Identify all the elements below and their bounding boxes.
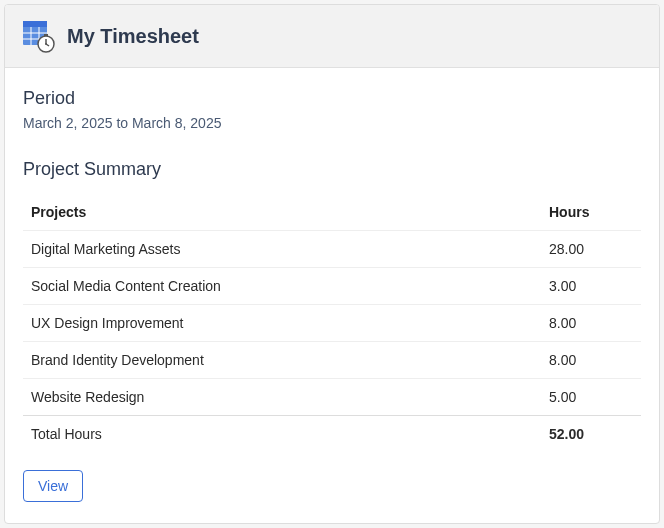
svg-rect-7 [44,34,48,36]
table-row: UX Design Improvement8.00 [23,305,641,342]
svg-point-10 [45,43,47,45]
timesheet-icon [21,19,55,53]
period-label: Period [23,88,641,109]
table-row: Brand Identity Development8.00 [23,342,641,379]
project-name: Digital Marketing Assets [23,231,541,268]
project-hours: 28.00 [541,231,641,268]
col-header-hours: Hours [541,194,641,231]
card-body: Period March 2, 2025 to March 8, 2025 Pr… [5,68,659,522]
total-hours: 52.00 [541,416,641,453]
table-row: Social Media Content Creation3.00 [23,268,641,305]
svg-rect-1 [23,21,47,27]
view-button[interactable]: View [23,470,83,502]
project-hours: 3.00 [541,268,641,305]
summary-table: Projects Hours Digital Marketing Assets2… [23,194,641,452]
project-hours: 8.00 [541,305,641,342]
col-header-projects: Projects [23,194,541,231]
project-name: UX Design Improvement [23,305,541,342]
project-name: Website Redesign [23,379,541,416]
total-row: Total Hours 52.00 [23,416,641,453]
table-row: Digital Marketing Assets28.00 [23,231,641,268]
project-hours: 5.00 [541,379,641,416]
project-name: Social Media Content Creation [23,268,541,305]
project-name: Brand Identity Development [23,342,541,379]
card-header: My Timesheet [5,5,659,68]
table-row: Website Redesign5.00 [23,379,641,416]
summary-title: Project Summary [23,159,641,180]
card-title: My Timesheet [67,25,199,48]
period-text: March 2, 2025 to March 8, 2025 [23,115,641,131]
project-hours: 8.00 [541,342,641,379]
timesheet-card: My Timesheet Period March 2, 2025 to Mar… [4,4,660,524]
total-label: Total Hours [23,416,541,453]
